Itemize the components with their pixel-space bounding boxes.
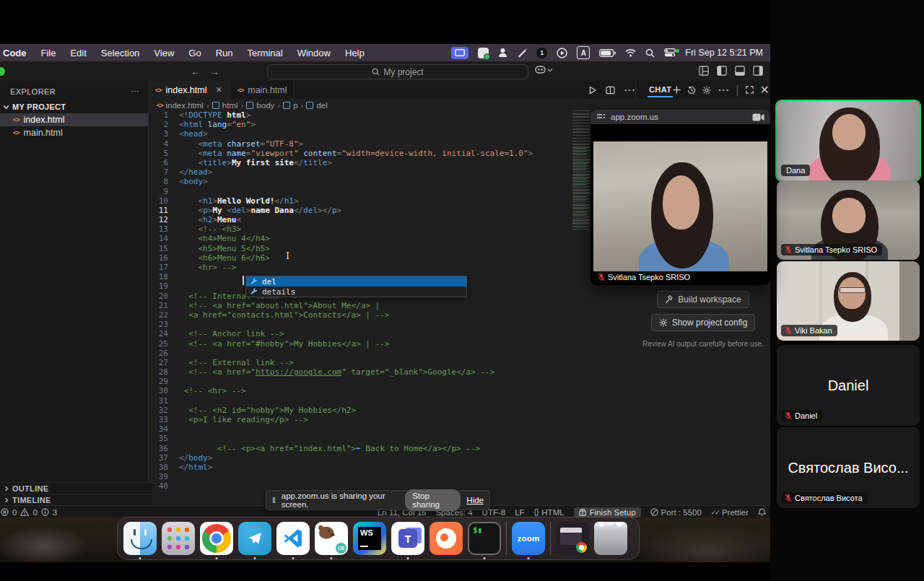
- line-number: 7: [148, 167, 168, 177]
- toggle-panel-icon[interactable]: [735, 66, 745, 76]
- suggestion-details[interactable]: details: [246, 287, 466, 297]
- dock-postman[interactable]: [430, 522, 463, 555]
- close-tab-icon[interactable]: ✕: [216, 85, 222, 95]
- file-row-main.html[interactable]: <>main.html: [0, 126, 148, 139]
- menu-bar-clock[interactable]: Fri Sep 12 5:21 PM: [685, 48, 763, 58]
- customize-layout-icon[interactable]: [699, 66, 709, 76]
- warnings-icon: [20, 508, 29, 516]
- dock-visual-studio-code[interactable]: [276, 522, 310, 555]
- menu-view[interactable]: View: [147, 48, 181, 58]
- chat-settings-gear-icon[interactable]: [702, 86, 711, 95]
- dock-telegram[interactable]: [238, 522, 271, 555]
- suggestion-del[interactable]: del: [246, 276, 466, 287]
- dock-zoom[interactable]: zoom: [512, 522, 545, 555]
- dock-terminal[interactable]: $▮: [468, 522, 501, 555]
- breadcrumb-item[interactable]: index.html: [166, 101, 204, 110]
- breadcrumb-item[interactable]: del: [316, 101, 327, 110]
- dock-dbeaver[interactable]: CE: [315, 522, 348, 555]
- tab-chat[interactable]: CHAT: [648, 82, 673, 97]
- nav-forward-icon[interactable]: →: [209, 66, 219, 77]
- dock-webstorm[interactable]: WS: [353, 522, 386, 555]
- participant-name-tag: Dana: [781, 165, 810, 176]
- spotlight-search-icon[interactable]: [645, 48, 655, 58]
- menu-terminal[interactable]: Terminal: [240, 48, 290, 58]
- expand-icon[interactable]: [746, 86, 754, 94]
- copilot-icon[interactable]: [535, 65, 553, 74]
- menu-help[interactable]: Help: [338, 48, 372, 58]
- window-list-icon[interactable]: [596, 113, 606, 121]
- chat-history-icon[interactable]: [687, 86, 696, 95]
- stop-sharing-button[interactable]: Stop sharing: [405, 489, 461, 511]
- outline-section[interactable]: OUTLINE: [0, 482, 152, 494]
- breadcrumb-item[interactable]: p: [293, 101, 297, 110]
- participant-tile-1[interactable]: Dana: [775, 100, 921, 182]
- breadcrumb[interactable]: <>index.html›html›body›p›del: [148, 99, 644, 111]
- menu-go[interactable]: Go: [181, 48, 208, 58]
- menu-run[interactable]: Run: [209, 48, 240, 58]
- dock-screen-recording[interactable]: [556, 522, 589, 555]
- dock-google-chrome[interactable]: [200, 522, 233, 555]
- breadcrumb-item[interactable]: body: [256, 101, 274, 110]
- tab-index.html[interactable]: <>index.html✕: [148, 81, 230, 99]
- menu-edit[interactable]: Edit: [63, 48, 93, 58]
- input-source-icon[interactable]: A: [577, 46, 590, 59]
- menu-file[interactable]: File: [34, 48, 64, 58]
- menu-apple-app[interactable]: Code: [1, 48, 34, 58]
- command-center-search[interactable]: My project: [267, 64, 528, 79]
- breadcrumb-item[interactable]: html: [222, 101, 238, 110]
- dbeaver-ce-badge: CE: [336, 543, 346, 554]
- show-project-config-button[interactable]: Show project config: [651, 314, 756, 331]
- hide-toast-link[interactable]: Hide: [466, 496, 484, 504]
- participant-tile-2[interactable]: Svitlana Tsepko SRISO: [777, 180, 920, 260]
- notifications-bell-icon[interactable]: [758, 508, 766, 517]
- screen-sharing-icon[interactable]: [451, 47, 468, 59]
- chat-more-icon[interactable]: ⋯: [718, 83, 729, 97]
- control-center-icon[interactable]: [664, 48, 676, 57]
- traffic-light-green[interactable]: [0, 67, 5, 76]
- explorer-more-icon[interactable]: ⋯: [131, 87, 139, 96]
- project-folder-row[interactable]: MY PROJECT: [0, 100, 148, 113]
- participant-tile-5[interactable]: Святослав Висо...Святослав Висота: [777, 427, 920, 508]
- dock-finder[interactable]: [123, 522, 157, 555]
- dock-launchpad[interactable]: [162, 522, 195, 555]
- participant-tile-3[interactable]: Viki Bakan: [777, 261, 920, 341]
- participant-tile-4[interactable]: DanielDaniel: [777, 345, 920, 426]
- port-indicator[interactable]: Port : 5500: [650, 508, 702, 517]
- code-line: 24 <!-- Anchor link -->: [148, 329, 563, 338]
- toggle-secondary-sidebar-icon[interactable]: [753, 66, 763, 76]
- file-row-index.html[interactable]: <>index.html: [0, 113, 148, 126]
- problems-status[interactable]: 0 0 3: [0, 508, 57, 517]
- eol-indicator[interactable]: LF: [515, 508, 524, 517]
- wifi-icon[interactable]: [625, 49, 636, 57]
- play-circle-icon[interactable]: [557, 48, 567, 58]
- webstorm-icon: WS: [353, 522, 386, 555]
- tab-main.html[interactable]: <>main.html: [230, 81, 295, 99]
- dock-trash[interactable]: [594, 522, 627, 555]
- menu-selection[interactable]: Selection: [94, 48, 147, 58]
- editor-more-icon[interactable]: ⋯: [624, 83, 635, 97]
- new-chat-icon[interactable]: [673, 86, 681, 94]
- menu-window[interactable]: Window: [290, 48, 338, 58]
- close-chat-icon[interactable]: ✕: [760, 83, 770, 97]
- notification-count-icon[interactable]: 1: [536, 48, 547, 58]
- code-editor[interactable]: 1<!DOCTYPE html>2<html lang="en">3<head>…: [148, 110, 563, 492]
- nav-back-icon[interactable]: ←: [191, 66, 201, 77]
- zoom-window-title-bar[interactable]: app.zoom.us: [590, 110, 770, 124]
- toggle-sidebar-icon[interactable]: [717, 66, 727, 76]
- zoom-floating-window[interactable]: app.zoom.us Svitlana Tsepko SRISO: [590, 110, 770, 285]
- pen-icon[interactable]: [517, 48, 527, 58]
- vscode-title-bar[interactable]: ← → My project: [0, 61, 770, 82]
- autocomplete-popup[interactable]: deldetails: [245, 276, 467, 297]
- timeline-section[interactable]: TIMELINE: [0, 494, 152, 506]
- build-workspace-button[interactable]: Build workspace: [657, 291, 749, 308]
- run-preview-icon[interactable]: [588, 86, 597, 95]
- video-camera-icon[interactable]: [752, 113, 764, 121]
- prettier-indicator[interactable]: ✓✓ Prettier: [711, 508, 749, 517]
- battery-icon[interactable]: [599, 49, 616, 57]
- language-mode-indicator[interactable]: {} HTML: [534, 508, 565, 517]
- finish-setup-button[interactable]: Finish Setup: [574, 507, 641, 517]
- split-editor-icon[interactable]: [606, 86, 615, 95]
- user-silhouette-icon[interactable]: [498, 48, 507, 58]
- status-app-icon[interactable]: [478, 48, 489, 58]
- dock-microsoft-teams[interactable]: T: [391, 522, 424, 555]
